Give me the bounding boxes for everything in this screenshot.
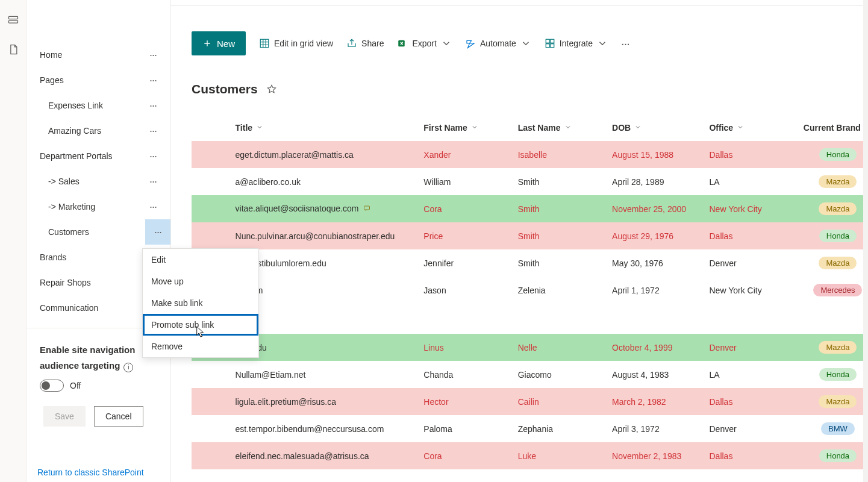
sidebar-item-home[interactable]: Home···	[27, 42, 170, 67]
share-button[interactable]: Share	[346, 38, 384, 49]
save-button[interactable]: Save	[43, 406, 86, 427]
sidebar-item-more-icon[interactable]: ···	[145, 99, 161, 112]
comment-icon[interactable]	[363, 204, 370, 214]
cell-title: est.tempor.bibendum@neccursusa.com	[236, 424, 384, 434]
svg-rect-7	[551, 44, 554, 48]
column-header-current-brand[interactable]: Current Brand	[798, 116, 868, 141]
audience-targeting-toggle[interactable]	[40, 380, 64, 392]
cell-first-name: Cora	[417, 195, 511, 222]
more-commands-button[interactable]: ···	[621, 37, 629, 51]
integrate-button[interactable]: Integrate	[545, 38, 608, 49]
cell-first-name: Paloma	[417, 415, 511, 442]
cell-title: vitae.aliquet@sociisnatoque.com	[236, 204, 359, 213]
table-row[interactable]: eleifend.nec.malesuada@atrisus.caCoraLuk…	[192, 442, 868, 469]
export-button[interactable]: Export	[397, 38, 451, 49]
site-navigation-sidebar: Home···Pages···Expenses Link···Amazing C…	[27, 0, 171, 482]
card-icon[interactable]	[7, 14, 19, 27]
cell-dob: August 4, 1983	[606, 361, 703, 388]
cell-dob: November 25, 2000	[606, 195, 703, 222]
cell-office: LA	[703, 168, 797, 195]
svg-rect-0	[8, 16, 17, 19]
cell-first-name: Chanda	[417, 361, 511, 388]
sidebar-item--sales[interactable]: -> Sales···	[27, 169, 170, 194]
chevron-down-icon	[597, 38, 608, 49]
cell-last-name: Smith	[512, 168, 606, 195]
table-row[interactable]: e@vestibulumlorem.eduJenniferSmithMay 30…	[192, 249, 868, 277]
sidebar-item-more-icon[interactable]: ···	[145, 150, 161, 163]
cell-last-name: Luke	[512, 442, 606, 469]
sidebar-item-more-icon[interactable]: ···	[145, 175, 161, 188]
sidebar-item-label: Brands	[40, 252, 66, 262]
column-header-office[interactable]: Office	[703, 116, 797, 141]
brand-pill: Honda	[819, 148, 857, 161]
return-to-classic-link[interactable]: Return to classic SharePoint	[37, 468, 144, 477]
cell-dob: April 28, 1989	[606, 168, 703, 195]
sidebar-item-more-icon[interactable]: ···	[145, 125, 161, 137]
sidebar-item-department-portals[interactable]: Department Portals···	[27, 143, 170, 169]
chevron-down-icon	[634, 123, 642, 133]
cancel-button[interactable]: Cancel	[94, 406, 143, 427]
svg-rect-5	[551, 39, 554, 43]
context-menu-make-sub-link[interactable]: Make sub link	[143, 292, 258, 314]
sidebar-item--marketing[interactable]: -> Marketing···	[27, 194, 170, 219]
cell-last-name: Smith	[512, 195, 606, 222]
cell-first-name: Jason	[417, 277, 511, 304]
table-row[interactable]	[192, 304, 868, 334]
table-row[interactable]: vitae.aliquet@sociisnatoque.comCoraSmith…	[192, 195, 868, 222]
table-row[interactable]: ligula.elit.pretium@risus.caHectorCailin…	[192, 388, 868, 415]
cell-last-name: Cailin	[512, 388, 606, 415]
cell-first-name: Hector	[417, 388, 511, 415]
brand-pill: Mercedes	[813, 284, 862, 296]
cell-last-name: Giacomo	[512, 361, 606, 388]
column-header-last-name[interactable]: Last Name	[512, 116, 606, 141]
sidebar-item-more-icon[interactable]: ···	[145, 49, 161, 61]
table-row[interactable]: Nunc.pulvinar.arcu@conubianostraper.eduP…	[192, 222, 868, 249]
sidebar-item-more-icon[interactable]: ···	[145, 74, 161, 87]
main-content: New Edit in grid view Share Export Autom…	[171, 0, 868, 482]
column-header-title[interactable]: Title	[229, 116, 418, 141]
brand-pill: Mazda	[819, 257, 857, 269]
sidebar-item-label: Expenses Link	[48, 101, 103, 110]
table-row[interactable]: eget.dictum.placerat@mattis.caXanderIsab…	[192, 141, 868, 168]
favorite-star-icon[interactable]	[266, 84, 277, 95]
chevron-down-icon	[737, 123, 744, 133]
sidebar-item-customers[interactable]: Customers···	[27, 219, 170, 245]
table-row[interactable]: Nullam@Etiam.netChandaGiacomoAugust 4, 1…	[192, 361, 868, 388]
table-row[interactable]: on.comJasonZeleniaApril 1, 1972New York …	[192, 277, 868, 304]
new-button[interactable]: New	[192, 31, 246, 55]
cell-office: Dallas	[703, 442, 797, 469]
column-header-dob[interactable]: DOB	[606, 116, 703, 141]
sidebar-item-more-icon[interactable]: ···	[145, 201, 161, 213]
sidebar-item-pages[interactable]: Pages···	[27, 67, 170, 93]
cell-office: Denver	[703, 249, 797, 277]
info-icon[interactable]: i	[123, 363, 133, 372]
cell-first-name: Cora	[417, 442, 511, 469]
context-menu-edit[interactable]: Edit	[143, 249, 258, 271]
sidebar-item-label: Repair Shops	[40, 278, 91, 287]
brand-pill: Mazda	[819, 202, 857, 215]
right-rail-placeholder	[863, 0, 868, 482]
file-icon[interactable]	[7, 43, 19, 55]
cell-office: LA	[703, 361, 797, 388]
cell-office: Dallas	[703, 388, 797, 415]
edit-in-grid-button[interactable]: Edit in grid view	[259, 38, 333, 49]
brand-pill: Mazda	[819, 175, 857, 188]
toggle-state-label: Off	[70, 381, 81, 390]
chevron-down-icon	[256, 123, 263, 133]
table-row[interactable]: a@aclibero.co.ukWilliamSmithApril 28, 19…	[192, 168, 868, 195]
column-header-first-name[interactable]: First Name	[417, 116, 511, 141]
automate-button[interactable]: Automate	[465, 38, 531, 49]
customers-table: TitleFirst NameLast NameDOBOfficeCurrent…	[192, 116, 868, 482]
sidebar-item-more-icon[interactable]: ···	[145, 219, 170, 245]
table-row[interactable]: est.tempor.bibendum@neccursusa.comPaloma…	[192, 415, 868, 442]
context-menu-move-up[interactable]: Move up	[143, 271, 258, 292]
table-row[interactable]: @in.eduLinusNelleOctober 4, 1999DenverMa…	[192, 334, 868, 361]
sidebar-item-expenses-link[interactable]: Expenses Link···	[27, 93, 170, 118]
brand-pill: Honda	[819, 230, 857, 242]
context-menu-remove[interactable]: Remove	[143, 336, 258, 357]
cell-office: Denver	[703, 415, 797, 442]
sidebar-item-amazing-cars[interactable]: Amazing Cars···	[27, 118, 170, 143]
app-rail	[0, 0, 27, 482]
cell-title: ligula.elit.pretium@risus.ca	[236, 397, 337, 407]
command-bar: New Edit in grid view Share Export Autom…	[192, 31, 848, 55]
